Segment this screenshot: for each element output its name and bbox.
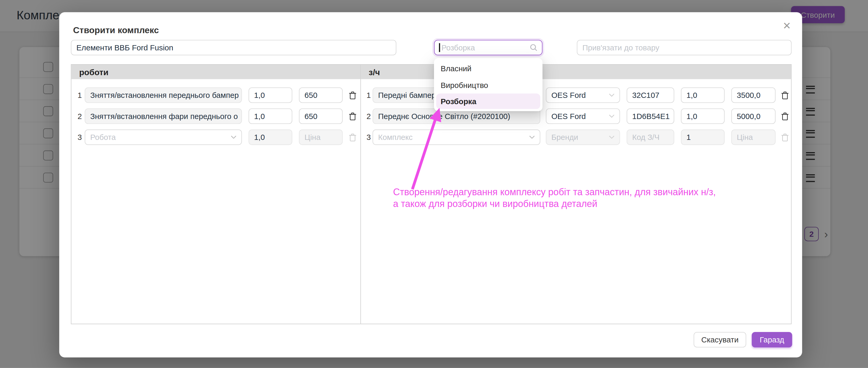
part-brand-select[interactable]: OES Ford (546, 108, 620, 124)
work-qty-value: 1,0 (254, 133, 265, 142)
option-vlasnyi[interactable]: Власний (434, 60, 542, 77)
work-name-value: Зняття/встановлення фари переднього о (90, 112, 238, 121)
part-brand-select[interactable]: Бренди (546, 129, 620, 145)
row-index: 3 (366, 133, 371, 142)
part-brand-placeholder: Бренди (551, 133, 606, 142)
part-price-input[interactable]: 3500,0 (731, 88, 776, 103)
part-qty-value: 1,0 (686, 112, 697, 121)
work-row-3: 3 Робота 1,0 Ціна (71, 129, 360, 145)
part-qty-value: 1,0 (686, 91, 697, 100)
part-brand-value: OES Ford (551, 91, 606, 100)
part-price-value: 5000,0 (737, 112, 761, 121)
chevron-down-icon (529, 135, 535, 139)
create-complex-modal: Створити комплекс ✕ Елементи ВВБ Ford Fu… (59, 12, 802, 358)
bind-to-product-placeholder: Прив'язати до товару (582, 43, 659, 52)
row-index: 1 (77, 91, 83, 100)
part-code-placeholder: Код З/Ч (632, 133, 660, 142)
work-price-placeholder: Ціна (305, 133, 320, 142)
trash-icon[interactable] (781, 112, 789, 120)
chevron-down-icon (231, 135, 236, 139)
modal-title: Створити комплекс (73, 26, 159, 35)
row-index: 2 (366, 112, 371, 121)
complex-name-input[interactable]: Елементи ВВБ Ford Fusion (71, 40, 396, 55)
ok-button-label: Гаразд (760, 335, 784, 344)
part-brand-select[interactable]: OES Ford (546, 88, 620, 103)
work-price-input[interactable]: Ціна (299, 129, 343, 145)
part-row-1: 1 Передні бампер OES Ford 32C107 1,0 (361, 88, 791, 103)
close-icon[interactable]: ✕ (783, 21, 791, 31)
work-name-select[interactable]: Зняття/встановлення фари переднього о (85, 108, 242, 124)
search-icon (530, 43, 538, 52)
type-select-dropdown: Власний Виробництво Розборка (434, 58, 542, 111)
works-body: 1 Зняття/встановлення переднього бампер … (71, 79, 360, 145)
complex-name-value: Елементи ВВБ Ford Fusion (76, 43, 174, 52)
works-header: роботи (71, 65, 360, 79)
works-pane: роботи 1 Зняття/встановлення переднього … (71, 65, 361, 324)
chevron-down-icon (609, 94, 615, 97)
app-stage: Компле Створити 2 › Створити комплекс ✕ … (0, 0, 868, 368)
work-price-value: 650 (305, 91, 317, 100)
part-code-value: 1D6B54E1 (632, 112, 670, 121)
complex-table: роботи 1 Зняття/встановлення переднього … (71, 64, 792, 324)
part-code-input[interactable]: 32C107 (627, 88, 674, 103)
part-row-2: 2 Переднє Основне Світло (#2020100) OES … (361, 108, 791, 124)
ok-button[interactable]: Гаразд (752, 332, 792, 347)
part-price-placeholder: Ціна (737, 133, 753, 142)
type-select-placeholder: Розборка (441, 43, 530, 52)
parts-header: з/ч (361, 65, 791, 79)
row-index: 1 (366, 91, 371, 100)
work-name-select[interactable]: Зняття/встановлення переднього бампер (85, 88, 242, 103)
work-qty-value: 1,0 (254, 112, 265, 121)
part-code-input[interactable]: 1D6B54E1 (627, 108, 674, 124)
part-qty-input[interactable]: 1,0 (681, 88, 724, 103)
parts-pane: з/ч 1 Передні бампер OES Ford 32C107 (361, 65, 791, 324)
work-qty-input[interactable]: 1,0 (249, 108, 292, 124)
screenshot-viewport: Компле Створити 2 › Створити комплекс ✕ … (0, 0, 868, 368)
cancel-button[interactable]: Скасувати (693, 332, 746, 347)
chevron-down-icon (609, 114, 615, 118)
row-index: 3 (77, 133, 83, 142)
type-select-input[interactable]: Розборка (434, 40, 542, 55)
work-qty-value: 1,0 (254, 91, 265, 100)
row-index: 2 (77, 112, 83, 121)
part-name-select[interactable]: Комплекс (373, 129, 540, 145)
part-price-value: 3500,0 (737, 91, 761, 100)
trash-icon[interactable] (349, 112, 357, 120)
part-qty-value: 1 (686, 133, 691, 142)
work-name-placeholder: Робота (90, 133, 228, 142)
work-price-value: 650 (305, 112, 317, 121)
trash-icon[interactable] (349, 133, 357, 141)
option-vyrobnytstvo[interactable]: Виробництво (434, 77, 542, 94)
work-row-1: 1 Зняття/встановлення переднього бампер … (71, 88, 360, 103)
part-name-placeholder: Комплекс (378, 133, 526, 142)
trash-icon[interactable] (781, 91, 789, 99)
cancel-button-label: Скасувати (702, 335, 739, 344)
part-qty-input[interactable]: 1 (681, 129, 724, 145)
work-row-2: 2 Зняття/встановлення фари переднього о … (71, 108, 360, 124)
part-price-input[interactable]: 5000,0 (731, 108, 776, 124)
part-name-value: Переднє Основне Світло (#2020100) (378, 112, 510, 121)
part-name-value: Передні бампер (378, 91, 436, 100)
bind-to-product-input[interactable]: Прив'язати до товару (577, 40, 792, 55)
work-name-select[interactable]: Робота (85, 129, 242, 145)
trash-icon[interactable] (781, 133, 789, 141)
work-qty-input[interactable]: 1,0 (249, 88, 292, 103)
part-code-input[interactable]: Код З/Ч (627, 129, 674, 145)
work-qty-input[interactable]: 1,0 (249, 129, 292, 145)
part-brand-value: OES Ford (551, 112, 606, 121)
part-code-value: 32C107 (632, 91, 659, 100)
trash-icon[interactable] (349, 91, 357, 99)
parts-body: 1 Передні бампер OES Ford 32C107 1,0 (361, 79, 791, 145)
work-price-input[interactable]: 650 (299, 88, 343, 103)
work-price-input[interactable]: 650 (299, 108, 343, 124)
work-name-value: Зняття/встановлення переднього бампер (90, 91, 239, 100)
part-qty-input[interactable]: 1,0 (681, 108, 724, 124)
part-row-3: 3 Комплекс Бренди Код З/Ч (361, 129, 791, 145)
text-cursor (439, 43, 440, 52)
part-price-input[interactable]: Ціна (731, 129, 776, 145)
chevron-down-icon (609, 135, 615, 139)
option-rozborka[interactable]: Розборка (436, 94, 540, 109)
